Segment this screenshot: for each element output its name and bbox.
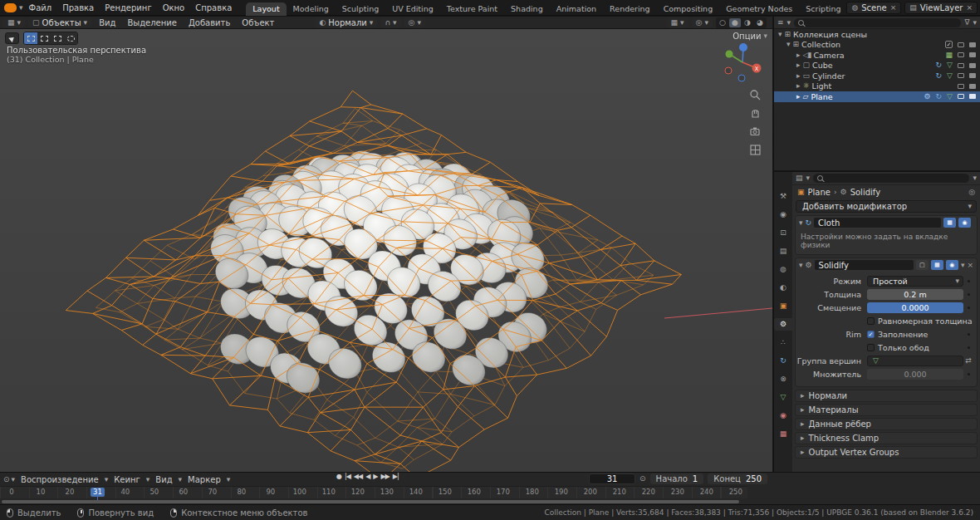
select-subtract-button[interactable] — [51, 32, 64, 44]
breadcrumb-modifier[interactable]: Solidify — [850, 188, 880, 197]
camera-view-button[interactable] — [749, 125, 762, 138]
delete-modifier-icon[interactable] — [967, 262, 973, 269]
shading-material-button[interactable] — [742, 18, 753, 27]
properties-tab-physics[interactable] — [774, 355, 792, 367]
animate-dot[interactable] — [968, 333, 970, 336]
menu-object[interactable]: Объект — [238, 18, 278, 27]
disable-render-toggle[interactable] — [969, 73, 976, 78]
solidify-panel-header[interactable]: Solidify — [796, 258, 977, 272]
properties-tab-view-layer[interactable] — [774, 245, 792, 258]
timeline-ruler[interactable]: 0 10 20 31 40 50 60 70 80 90 100 110 120… — [0, 486, 747, 498]
disclosure-icon[interactable] — [796, 82, 801, 90]
hide-viewport-toggle[interactable] — [958, 52, 964, 57]
shading-wireframe-button[interactable] — [717, 18, 728, 27]
disclosure-icon[interactable] — [778, 31, 782, 38]
overlays-dropdown[interactable] — [692, 17, 713, 27]
hide-viewport-toggle[interactable] — [958, 94, 964, 99]
scene-selector[interactable]: Scene — [846, 2, 901, 14]
cloth-name-field[interactable]: Cloth — [814, 218, 941, 228]
thickness-field[interactable]: 0.2 m — [867, 289, 963, 300]
invert-vertex-group-icon[interactable] — [965, 357, 972, 365]
solidify-render-toggle[interactable] — [946, 260, 958, 270]
auto-keying-button[interactable] — [336, 473, 341, 480]
filter-icon[interactable] — [964, 19, 969, 27]
collection-checkbox[interactable] — [945, 41, 953, 48]
tab-animation[interactable]: Animation — [550, 2, 603, 16]
disclosure-icon[interactable] — [796, 61, 801, 69]
disable-render-toggle[interactable] — [969, 52, 976, 57]
play-button[interactable] — [373, 473, 377, 480]
solidify-viewport-toggle[interactable] — [931, 260, 943, 270]
object-row-plane[interactable]: Plane — [774, 91, 980, 102]
properties-editor-icon[interactable] — [796, 174, 803, 182]
transform-orientation-dropdown[interactable]: Нормали — [315, 17, 377, 27]
navigation-gizmo[interactable]: X — [721, 41, 764, 84]
collapse-icon[interactable] — [799, 219, 803, 227]
disclosure-icon[interactable] — [796, 72, 801, 80]
blender-logo-icon[interactable] — [4, 3, 17, 12]
scene-collection-row[interactable]: Коллекция сцены — [774, 29, 980, 40]
disclosure-icon[interactable] — [796, 93, 801, 101]
shading-rendered-button[interactable] — [754, 18, 766, 27]
animate-dot[interactable] — [968, 373, 970, 375]
animate-dot[interactable] — [968, 346, 970, 349]
tab-layout[interactable]: Layout — [246, 2, 286, 16]
offset-slider[interactable]: 0.0000 — [867, 302, 963, 313]
properties-search-input[interactable] — [813, 174, 969, 183]
pin-icon[interactable] — [968, 189, 975, 196]
menu-render[interactable]: Рендеринг — [100, 2, 156, 13]
disable-render-toggle[interactable] — [969, 94, 976, 99]
3d-viewport[interactable]: Опции Пользовательская перспектива (31) … — [0, 29, 772, 472]
move-view-button[interactable] — [749, 107, 762, 120]
hide-viewport-toggle[interactable] — [958, 73, 964, 78]
filter-dropdown-icon[interactable] — [973, 174, 977, 182]
animate-dot[interactable] — [968, 280, 970, 282]
properties-tab-material[interactable] — [774, 410, 792, 422]
add-modifier-button[interactable]: Добавить модификатор — [796, 200, 977, 213]
properties-tab-tool[interactable] — [774, 190, 792, 203]
shading-solid-button[interactable] — [729, 18, 741, 27]
section-normals[interactable]: Нормали — [795, 390, 978, 402]
collection-row[interactable]: Collection — [774, 40, 980, 51]
breadcrumb-object[interactable]: Plane — [808, 188, 831, 197]
tab-scripting[interactable]: Scripting — [799, 2, 847, 16]
menu-playback[interactable]: Воспроизведение — [17, 475, 103, 484]
outliner-editor-icon[interactable] — [777, 19, 784, 27]
hide-viewport-toggle[interactable] — [958, 63, 964, 68]
animate-dot[interactable] — [968, 293, 970, 296]
tab-rendering[interactable]: Rendering — [603, 2, 657, 16]
menu-keying[interactable]: Кеинг — [110, 475, 145, 484]
solidify-editmode-toggle[interactable] — [916, 260, 929, 270]
properties-tab-world[interactable] — [774, 282, 792, 294]
select-extend-button[interactable] — [37, 32, 51, 44]
disable-render-toggle[interactable] — [969, 63, 976, 68]
solidify-name-field[interactable]: Solidify — [815, 260, 914, 270]
modifier-extras-icon[interactable] — [961, 262, 965, 269]
menu-help[interactable]: Справка — [190, 2, 237, 13]
tab-compositing[interactable]: Compositing — [657, 2, 720, 16]
section-materials[interactable]: Материалы — [795, 404, 978, 416]
timeline-scrollbar[interactable] — [2, 500, 739, 503]
editor-type-button[interactable] — [3, 17, 25, 27]
proportional-editing-button[interactable] — [404, 17, 425, 27]
tab-uv-editing[interactable]: UV Editing — [385, 2, 440, 16]
toggle-ortho-button[interactable] — [749, 144, 762, 156]
tool-options-dropdown[interactable]: Опции — [733, 32, 767, 41]
jump-to-end-button[interactable] — [393, 473, 399, 480]
properties-tab-texture[interactable] — [774, 428, 792, 440]
select-box-button[interactable] — [24, 32, 37, 44]
outliner-search-input[interactable] — [794, 18, 961, 27]
object-row-light[interactable]: Light — [774, 81, 980, 92]
properties-tab-particles[interactable] — [774, 336, 792, 349]
visibility-dropdown[interactable] — [667, 17, 688, 27]
menu-file[interactable]: Файл — [24, 2, 57, 13]
only-rim-checkbox[interactable] — [867, 344, 875, 351]
menu-view[interactable]: Вид — [151, 475, 176, 484]
tab-texture-paint[interactable]: Texture Paint — [440, 2, 504, 16]
section-edge-data[interactable]: Данные рёбер — [795, 418, 978, 430]
cloth-viewport-toggle[interactable] — [943, 218, 956, 228]
properties-tab-output[interactable] — [774, 227, 792, 239]
menu-select[interactable]: Выделение — [123, 18, 181, 27]
menu-edit[interactable]: Правка — [57, 2, 99, 13]
hide-viewport-toggle[interactable] — [958, 42, 964, 47]
